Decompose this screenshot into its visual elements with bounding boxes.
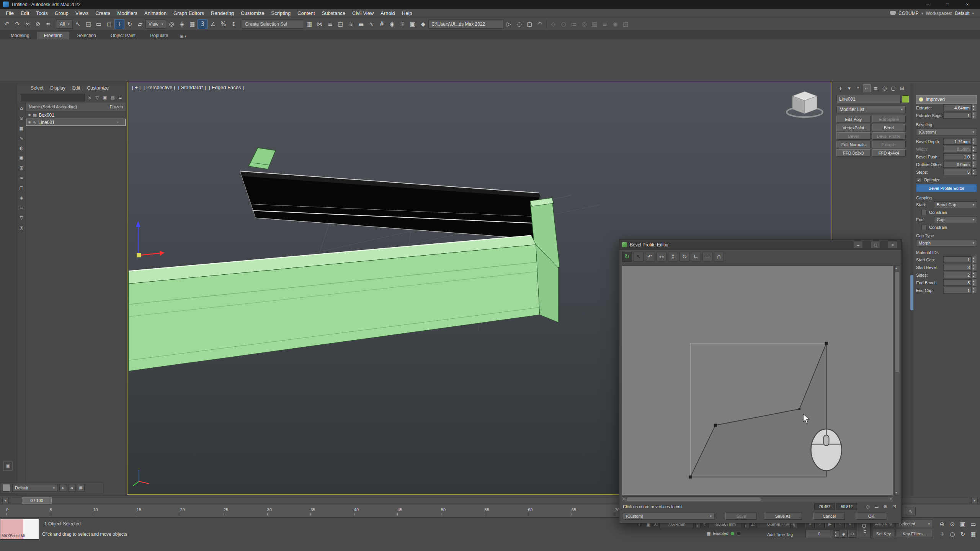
visibility-icon[interactable]: ◉ [28,113,31,117]
menu-item[interactable]: Substance [318,10,349,16]
zoom-icon[interactable]: ⊕ [937,520,947,529]
clear-search-icon[interactable]: × [86,94,93,101]
create-tab-icon[interactable]: * [854,84,862,92]
current-frame-field[interactable]: 0 [805,530,833,538]
undo-icon[interactable]: ↶ [2,19,12,29]
flip-vertical-icon[interactable]: ↕ [668,252,678,262]
corner-vertex-icon[interactable]: ∟ [691,252,701,262]
spinner[interactable] [972,287,977,294]
profile-vertex[interactable] [825,342,828,345]
spinner[interactable] [972,153,977,160]
explorer-menu-item[interactable]: Edit [69,85,84,91]
modifier-set-button[interactable]: Edit Normals [836,141,871,148]
view-cube[interactable] [784,87,826,125]
rendered-frame-window-icon[interactable]: ▣ [408,19,418,29]
percent-snap-icon[interactable]: % [218,19,228,29]
value-field[interactable]: 4.64mm [943,104,972,111]
ribbon-tab[interactable]: Modeling [4,32,36,39]
se-helpers-icon[interactable]: ⊞ [18,165,25,171]
next-frame-arrow[interactable]: ▸ [972,497,978,504]
listener-pane[interactable] [23,519,39,539]
profile-canvas[interactable] [622,266,893,495]
ribbon-tab[interactable]: Populate [143,32,175,39]
value-field[interactable]: 0.5mm [943,146,972,152]
value-field[interactable]: 0.0mm [943,161,972,168]
modifier-set-button[interactable]: Bevel [836,132,871,140]
list-item[interactable]: ◉ ▦ Box001 [26,111,126,119]
profile-vertex[interactable] [714,424,717,427]
render-setup-icon[interactable]: ☼ [397,19,407,29]
curve-editor-icon[interactable]: ∿ [366,19,376,29]
se-geometry-icon[interactable]: ▦ [18,125,25,132]
modifier-set-button[interactable]: FFD 4x4x4 [872,149,906,156]
set-key-button[interactable]: Set Key [873,530,894,538]
move-gizmo[interactable] [136,221,165,257]
spinner[interactable] [972,112,977,119]
redo-icon[interactable]: ↷ [12,19,22,29]
value-field[interactable]: 1.0 [943,153,972,160]
edit-named-selections-icon[interactable]: ▥ [304,19,314,29]
project-path-field[interactable]: C:\Users\Ul...ds Max 2022 [428,20,503,29]
mini-curve-editor-icon[interactable]: ∿ [906,507,916,515]
panel-scrollbar[interactable] [910,83,913,496]
end-cap-dropdown[interactable]: Cap▾ [934,216,977,223]
pan-icon[interactable]: ◇ [864,503,872,510]
start-cap-dropdown[interactable]: Bevel Cap▾ [934,201,977,208]
align-icon[interactable]: ≡ [325,19,335,29]
select-and-rotate-icon[interactable]: ↻ [125,19,135,29]
viewport-layout-tabs-icon[interactable]: ▣ [3,461,13,471]
select-object-icon[interactable]: ↖ [73,19,83,29]
pin-icon[interactable]: ▸ [59,484,67,492]
orbit-icon[interactable]: ↻ [958,530,968,539]
dialog-title-bar[interactable]: Bevel Profile Editor – □ × [619,240,902,250]
list-view-icon[interactable]: ▤ [109,94,116,101]
motion-tab-icon[interactable]: ◎ [880,84,889,92]
key-mode-toggle-icon[interactable]: ◈ [840,530,848,538]
value-field[interactable]: 3 [943,279,972,286]
menu-item[interactable]: Views [72,10,92,16]
bind-to-space-warp-icon[interactable]: ≈ [43,19,53,29]
maximize-viewport-icon[interactable]: ▦ [968,530,978,539]
se-sort-icon[interactable]: ≡ [18,204,25,211]
menu-item[interactable]: Modifiers [114,10,141,16]
modifier-stack-entry[interactable]: Improved [916,95,977,104]
open-autodesk-app-icon[interactable]: ▢ [524,19,534,29]
key-filters-button[interactable]: Key Filters... [896,530,933,538]
wireframe-color-swatch[interactable] [902,95,909,103]
cancel-button[interactable]: Cancel [813,513,845,520]
dialog-maximize-button[interactable]: □ [871,241,880,248]
end-constrain-checkbox[interactable] [921,225,927,230]
display-tab-icon[interactable]: ▢ [889,84,897,92]
arc-type-icon[interactable]: ∩ [714,252,724,262]
cap-type-dropdown[interactable]: Morph▾ [916,239,977,247]
select-by-name-icon[interactable]: ▤ [83,19,93,29]
spinner[interactable] [972,264,977,271]
angle-snap-icon[interactable]: ∠ [208,19,218,29]
selection-filter-dropdown[interactable]: All▾ [57,20,73,29]
select-vertex-icon[interactable]: ↖ [634,252,644,262]
status-circle-icon[interactable] [737,531,741,536]
menu-item[interactable]: Edit [17,10,33,16]
ribbon-tab[interactable]: Object Paint [104,32,142,39]
toolbar-extra-6-icon[interactable]: ≡ [600,19,610,29]
menu-item[interactable]: Arnold [377,10,399,16]
value-field[interactable]: 1 [943,256,972,263]
modifier-set-button[interactable]: FFD 3x3x3 [836,149,871,156]
menu-item[interactable]: Tools [33,10,51,16]
value-field[interactable]: 3 [943,264,972,271]
keyboard-override-icon[interactable]: ▦ [187,19,197,29]
reference-coordinate-dropdown[interactable]: View▾ [145,20,166,29]
spinner[interactable] [972,271,977,279]
ribbon-options-icon[interactable]: ▣ ▾ [176,33,191,39]
search-input[interactable] [21,94,85,101]
flip-horizontal-icon[interactable]: ↔ [657,252,666,262]
previous-frame-arrow[interactable]: ◂ [2,497,8,504]
spinner[interactable] [972,104,977,111]
visibility-icon[interactable]: ◉ [28,121,31,124]
save-button[interactable]: Save [725,513,757,520]
se-lights-icon[interactable]: ◐ [18,145,25,152]
menu-item[interactable]: Customize [237,10,268,16]
se-spacewarps-icon[interactable]: ≈ [18,174,25,181]
zoom-all-icon[interactable]: ⊙ [947,520,957,529]
se-cameras-icon[interactable]: ▣ [18,155,25,161]
